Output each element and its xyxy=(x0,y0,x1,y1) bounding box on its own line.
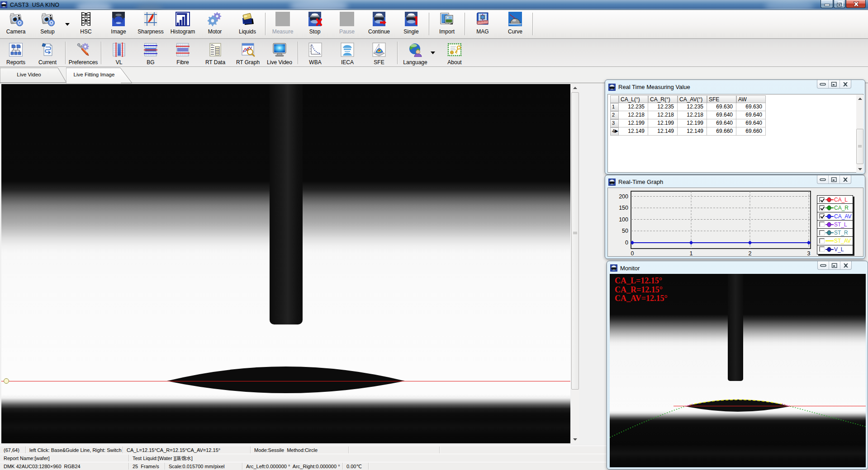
svg-text:0: 0 xyxy=(625,240,628,246)
svg-text:100: 100 xyxy=(619,216,628,223)
svg-text:2: 2 xyxy=(749,250,752,256)
svg-text:150: 150 xyxy=(619,205,628,211)
svg-text:50: 50 xyxy=(622,228,628,234)
svg-text:3: 3 xyxy=(807,250,811,256)
svg-text:200: 200 xyxy=(619,193,628,200)
svg-text:0: 0 xyxy=(631,250,634,256)
svg-text:1: 1 xyxy=(690,250,693,256)
